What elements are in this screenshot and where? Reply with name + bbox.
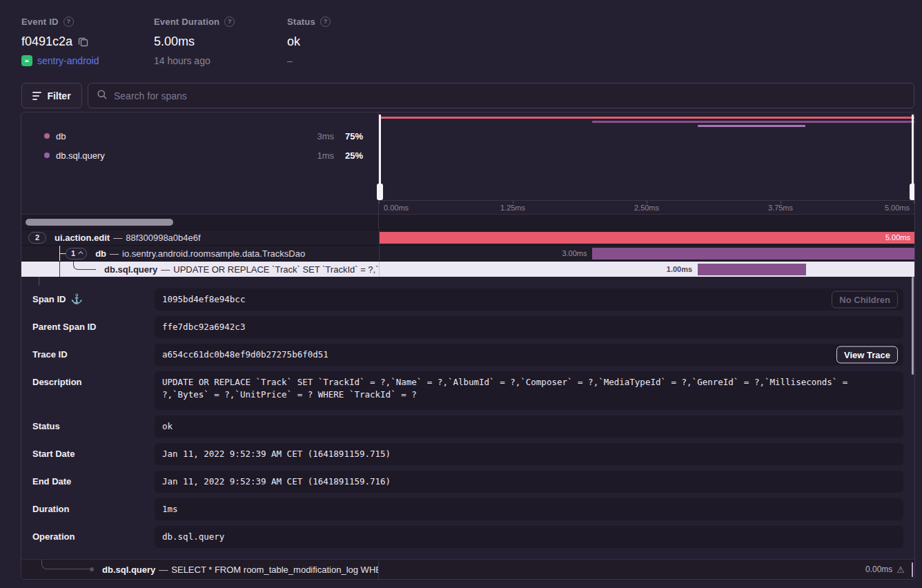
minimap-right-handle[interactable]: [912, 115, 914, 200]
copy-icon[interactable]: [78, 37, 88, 47]
op-percent: 75%: [334, 131, 363, 141]
anchor-icon[interactable]: ⚓: [70, 294, 82, 304]
span-row-db[interactable]: 1 db — io.sentry.android.roomsample.data…: [21, 245, 914, 261]
trace-id-value: a654cc61dc0b48ef9d0b27275b6f0d51 View Tr…: [155, 344, 903, 366]
description-value: UPDATE OR REPLACE `Track` SET `TrackId` …: [155, 371, 903, 410]
span-id-value: 1095bd4ef8e94bcc No Children: [155, 288, 903, 311]
span-search: [88, 83, 914, 108]
op-color-dot: [44, 153, 50, 158]
axis-tick-label: 0.00ms: [384, 204, 409, 212]
help-icon[interactable]: ?: [320, 17, 331, 27]
event-duration-label: Event Duration: [154, 17, 219, 27]
span-row-db-sql-query-selected[interactable]: db.sql.query — UPDATE OR REPLACE `Track`…: [21, 261, 914, 277]
status-sub: –: [287, 55, 293, 66]
event-id-label: Event ID: [21, 17, 59, 27]
axis-tick-label: 2.50ms: [634, 204, 659, 212]
minimap-span-line: [592, 121, 914, 123]
op-color-dot: [44, 133, 50, 139]
detail-row-trace-id: Trace ID a654cc61dc0b48ef9d0b27275b6f0d5…: [32, 344, 903, 366]
span-duration-label: 5.00ms: [885, 232, 910, 244]
children-count-pill[interactable]: 2: [28, 232, 46, 244]
duration-value: 1ms: [155, 498, 903, 520]
event-age: 14 hours ago: [154, 55, 210, 66]
android-project-icon: [21, 55, 32, 66]
detail-row-parent-span-id: Parent Span ID ffe7dbc92a6942c3: [32, 316, 903, 338]
axis-tick-label: 1.25ms: [500, 204, 525, 212]
event-duration-value: 5.00ms: [154, 35, 195, 49]
filter-button[interactable]: Filter: [21, 83, 82, 108]
view-trace-button[interactable]: View Trace: [836, 346, 898, 364]
children-count-pill-expanded[interactable]: 1: [66, 248, 87, 259]
span-row-ui-action-edit[interactable]: 2 ui.action.edit — 88f300998a0b4e6f 5.00…: [21, 229, 914, 245]
vertical-scrollbar-thumb[interactable]: [912, 277, 914, 375]
axis-tick-label: 3.75ms: [768, 204, 793, 212]
sentry-span-detail-page: Event ID ? f0491c2a: [0, 0, 922, 588]
span-duration-bar[interactable]: 5.00ms: [380, 232, 914, 244]
no-children-button[interactable]: No Children: [832, 291, 898, 308]
minimap-span-line: [698, 125, 806, 127]
detail-row-start-date: Start Date Jan 11, 2022 9:52:39 AM CET (…: [32, 443, 903, 465]
span-duration-bar[interactable]: [698, 264, 806, 275]
detail-row-status: Status ok: [32, 415, 903, 438]
time-axis: 0.00ms 1.25ms 2.50ms 3.75ms 5.00ms: [379, 200, 914, 214]
op-duration: 1ms: [306, 150, 334, 161]
minimap-span-line: [379, 117, 914, 119]
status-value: ok: [287, 35, 300, 49]
tree-scrollbar-band: [21, 214, 914, 229]
parent-span-id-value: ffe7dbc92a6942c3: [155, 316, 903, 338]
op-percent: 25%: [334, 150, 363, 161]
operation-value: db.sql.query: [155, 526, 903, 548]
event-header: Event ID ? f0491c2a: [21, 15, 331, 67]
project-link[interactable]: sentry-android: [37, 55, 99, 66]
detail-row-description: Description UPDATE OR REPLACE `Track` SE…: [32, 371, 903, 410]
help-icon[interactable]: ?: [224, 17, 235, 27]
span-duration-label: 1.00ms: [667, 262, 692, 277]
event-id-value: f0491c2a: [21, 35, 72, 49]
span-details: Span ID ⚓ 1095bd4ef8e94bcc No Children P…: [21, 277, 914, 559]
detail-row-span-id: Span ID ⚓ 1095bd4ef8e94bcc No Children: [32, 288, 903, 311]
legend-item-db[interactable]: db 3ms 75%: [21, 126, 378, 146]
operations-legend: db 3ms 75% db.sql.query 1ms 25%: [21, 112, 379, 214]
minimap-chart[interactable]: [379, 112, 914, 200]
status-value-box: ok: [155, 415, 903, 438]
filter-icon: [32, 92, 41, 100]
detail-row-duration: Duration 1ms: [32, 498, 903, 520]
status-label: Status: [287, 17, 315, 27]
trace-minimap[interactable]: 0.00ms 1.25ms 2.50ms 3.75ms 5.00ms: [379, 112, 914, 214]
axis-tick-label: 5.00ms: [885, 204, 910, 212]
legend-item-db-sql-query[interactable]: db.sql.query 1ms 25%: [21, 146, 378, 165]
span-tree: 2 ui.action.edit — 88f300998a0b4e6f 5.00…: [21, 229, 914, 277]
search-icon: [97, 89, 108, 103]
span-duration-bar[interactable]: [592, 248, 914, 259]
end-date-value: Jan 11, 2022 9:52:39 AM CET (1641891159.…: [155, 471, 903, 493]
span-row-db-sql-query-select[interactable]: db.sql.query — SELECT * FROM room_table_…: [21, 559, 914, 579]
start-date-value: Jan 11, 2022 9:52:39 AM CET (1641891159.…: [155, 443, 903, 465]
warning-icon[interactable]: ⚠: [896, 565, 905, 574]
chevron-up-icon: [79, 251, 84, 255]
op-duration: 3ms: [306, 131, 334, 141]
detail-row-operation: Operation db.sql.query: [32, 526, 903, 548]
span-duration-label: 0.00ms: [865, 565, 892, 574]
spans-panel: db 3ms 75% db.sql.query 1ms 25%: [21, 112, 915, 580]
minimap-left-handle[interactable]: [379, 115, 381, 200]
detail-row-end-date: End Date Jan 11, 2022 9:52:39 AM CET (16…: [32, 471, 903, 493]
help-icon[interactable]: ?: [63, 17, 74, 27]
search-input[interactable]: [114, 90, 905, 101]
spans-toolbar: Filter: [21, 83, 914, 108]
horizontal-scrollbar-thumb[interactable]: [26, 219, 173, 226]
span-duration-label: 3.00ms: [562, 246, 587, 262]
